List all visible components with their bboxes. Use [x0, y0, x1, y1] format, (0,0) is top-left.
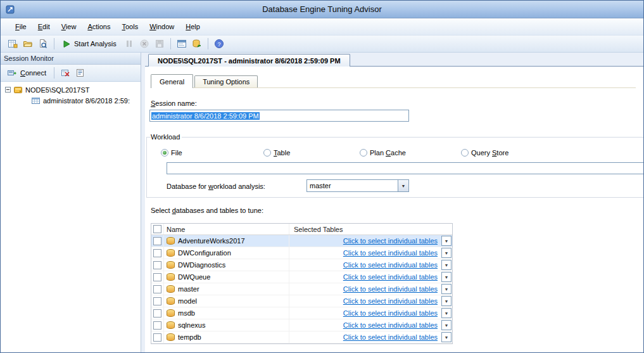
- tree-server-node[interactable]: NODE5\SQL2017ST: [1, 84, 141, 95]
- table-row: sqlnexus Click to select individual tabl…: [151, 319, 452, 331]
- session-tree: NODE5\SQL2017ST administrator 8/6/2018 2…: [1, 82, 141, 352]
- row-checkbox[interactable]: [153, 249, 161, 257]
- stop-icon: [139, 39, 149, 49]
- menu-view[interactable]: View: [56, 20, 82, 34]
- session-monitor-toolbar: Connect: [1, 65, 141, 82]
- tables-dropdown-button[interactable]: [441, 236, 451, 246]
- session-document-tab[interactable]: NODE5\SQL2017ST - administrator 8/6/2018…: [148, 54, 350, 67]
- delete-session-button[interactable]: [58, 66, 72, 80]
- workload-file-input[interactable]: [167, 162, 644, 174]
- menu-actions[interactable]: Actions: [82, 20, 116, 34]
- menu-help[interactable]: Help: [180, 20, 206, 34]
- tables-dropdown-button[interactable]: [441, 296, 451, 306]
- database-icon: [167, 297, 175, 305]
- toolbar-separator: [170, 38, 171, 49]
- session-document-tab-label: NODE5\SQL2017ST - administrator 8/6/2018…: [158, 57, 341, 65]
- row-checkbox[interactable]: [153, 261, 161, 269]
- tables-dropdown-button[interactable]: [441, 260, 451, 270]
- database-analysis-label: Database for workload analysis:: [167, 183, 265, 190]
- pause-analysis-button: [122, 37, 136, 51]
- start-analysis-label: Start Analysis: [74, 40, 117, 48]
- database-icon: [167, 273, 175, 281]
- row-checkbox[interactable]: [153, 309, 161, 318]
- open-session-button[interactable]: [21, 37, 35, 51]
- select-tables-link[interactable]: Click to select individual tables: [343, 309, 438, 317]
- database-name: master: [178, 285, 199, 293]
- apply-recommendations-button: [153, 37, 167, 51]
- export-session-button[interactable]: [190, 37, 204, 51]
- session-properties-button[interactable]: [73, 66, 87, 80]
- tables-dropdown-button[interactable]: [441, 284, 451, 294]
- table-row: DWDiagnostics Click to select individual…: [151, 259, 452, 271]
- tables-dropdown-button[interactable]: [441, 248, 451, 258]
- select-tables-link[interactable]: Click to select individual tables: [343, 321, 438, 329]
- new-session-button[interactable]: [6, 37, 20, 51]
- menu-window[interactable]: Window: [144, 20, 180, 34]
- new-session-icon: [8, 39, 18, 49]
- row-checkbox[interactable]: [153, 273, 161, 281]
- help-button[interactable]: ?: [212, 37, 226, 51]
- session-name-input[interactable]: administrator 8/6/2018 2:59:09 PM: [149, 110, 409, 122]
- toolbar-separator: [54, 38, 54, 49]
- name-column-header: Name: [167, 226, 185, 233]
- connect-button[interactable]: Connect: [3, 67, 50, 79]
- row-checkbox[interactable]: [153, 285, 161, 293]
- workload-plan-cache-radio[interactable]: [360, 149, 367, 157]
- table-row: model Click to select individual tables: [151, 295, 452, 307]
- report-window-icon: [177, 39, 187, 49]
- select-tables-link[interactable]: Click to select individual tables: [343, 237, 438, 245]
- menu-edit[interactable]: Edit: [32, 20, 56, 34]
- help-icon: ?: [214, 39, 224, 49]
- session-monitor-header: Session Monitor: [1, 53, 141, 65]
- window-title: Database Engine Tuning Advisor: [1, 4, 643, 14]
- start-analysis-button[interactable]: Start Analysis: [58, 37, 121, 51]
- database-icon: [167, 309, 175, 317]
- preview-workload-button[interactable]: [175, 37, 189, 51]
- select-all-checkbox[interactable]: [153, 225, 161, 233]
- pause-icon: [124, 39, 134, 49]
- select-tables-link[interactable]: Click to select individual tables: [343, 285, 438, 293]
- select-tables-link[interactable]: Click to select individual tables: [343, 297, 438, 305]
- tab-tuning-options[interactable]: Tuning Options: [194, 75, 258, 87]
- menu-file[interactable]: File: [9, 20, 32, 34]
- delete-session-icon: [60, 68, 70, 78]
- menu-tools[interactable]: Tools: [116, 20, 144, 34]
- select-tables-link[interactable]: Click to select individual tables: [343, 261, 438, 269]
- database-analysis-combo[interactable]: master: [306, 179, 409, 192]
- database-name: AdventureWorks2017: [178, 237, 245, 245]
- workload-query-store-label: Query Store: [471, 149, 508, 157]
- table-row: tempdb Click to select individual tables: [151, 331, 452, 343]
- select-tables-label: Select databases and tables to tune:: [151, 207, 263, 214]
- workload-query-store-radio[interactable]: [461, 149, 469, 157]
- toolbar-separator: [54, 67, 54, 79]
- tab-general[interactable]: General: [151, 74, 193, 88]
- session-monitor-title: Session Monitor: [4, 55, 54, 62]
- table-row: msdb Click to select individual tables: [151, 307, 452, 319]
- combo-dropdown-icon[interactable]: [398, 180, 408, 191]
- tables-dropdown-button[interactable]: [441, 308, 451, 318]
- app-icon: [5, 4, 15, 15]
- select-tables-link[interactable]: Click to select individual tables: [343, 333, 438, 341]
- select-tables-link[interactable]: Click to select individual tables: [343, 273, 438, 281]
- row-checkbox[interactable]: [153, 333, 161, 342]
- tables-dropdown-button[interactable]: [441, 320, 451, 330]
- workload-file-radio[interactable]: [161, 149, 168, 157]
- row-checkbox[interactable]: [153, 297, 161, 305]
- database-icon: [167, 249, 175, 257]
- row-checkbox[interactable]: [153, 321, 161, 330]
- select-tables-link[interactable]: Click to select individual tables: [343, 249, 438, 257]
- row-checkbox[interactable]: [153, 237, 161, 245]
- title-bar: Database Engine Tuning Advisor: [1, 1, 643, 18]
- database-name: model: [178, 297, 197, 305]
- open-workload-file-button[interactable]: [36, 37, 50, 51]
- server-icon: [13, 86, 23, 94]
- database-arrow-icon: [192, 39, 202, 49]
- database-icon: [167, 321, 175, 329]
- selected-tables-column-header: Selected Tables: [294, 226, 343, 233]
- tables-dropdown-button[interactable]: [441, 272, 451, 282]
- workload-table-radio[interactable]: [263, 149, 271, 157]
- tables-dropdown-button[interactable]: [441, 332, 451, 342]
- tree-session-node[interactable]: administrator 8/6/2018 2:59:: [1, 95, 141, 106]
- stop-analysis-button: [137, 37, 151, 51]
- collapse-expander-icon[interactable]: [5, 87, 11, 93]
